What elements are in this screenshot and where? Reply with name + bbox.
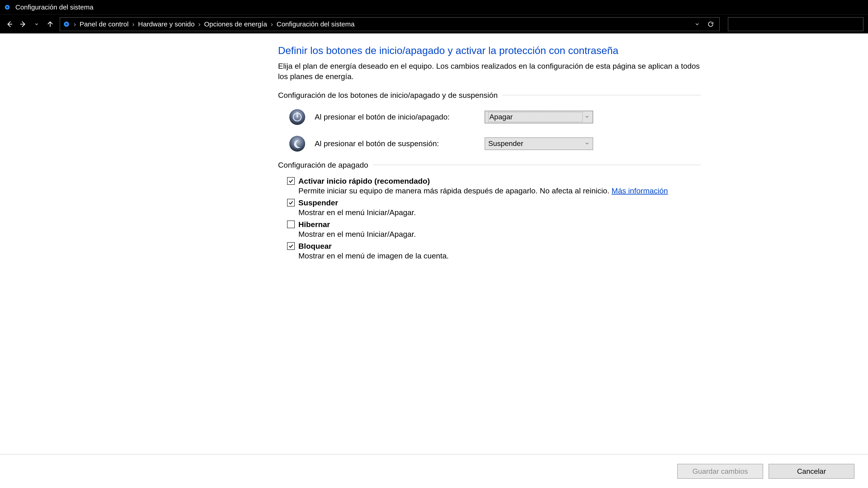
check-desc: Mostrar en el menú de imagen de la cuent…: [298, 252, 701, 260]
save-button[interactable]: Guardar cambios: [677, 464, 763, 479]
window-title: Configuración del sistema: [16, 3, 93, 11]
cp-icon: [4, 4, 11, 11]
nav-forward-button[interactable]: [16, 18, 30, 31]
check-row-hibernate: Hibernar Mostrar en el menú Iniciar/Apag…: [287, 220, 701, 238]
row-power-button: Al presionar el botón de inicio/apagado:…: [278, 107, 701, 127]
address-field[interactable]: › Panel de control › Hardware y sonido ›…: [60, 17, 720, 31]
search-field[interactable]: [728, 17, 864, 31]
breadcrumb-item[interactable]: Configuración del sistema: [275, 20, 356, 28]
svg-point-7: [289, 136, 305, 152]
select-value: Suspender: [488, 139, 523, 148]
address-bar: › Panel de control › Hardware y sonido ›…: [0, 14, 868, 33]
row-sleep-button: Al presionar el botón de suspensión: Sus…: [278, 133, 701, 154]
power-icon: [287, 107, 307, 127]
chevron-down-icon: [585, 139, 590, 148]
breadcrumb-sep: ›: [72, 20, 78, 28]
titlebar: Configuración del sistema: [0, 0, 868, 14]
desc-text: Permite iniciar su equipo de manera más …: [298, 186, 612, 195]
page-description: Elija el plan de energía deseado en el e…: [278, 61, 701, 82]
more-info-link[interactable]: Más información: [612, 186, 668, 195]
legend-text: Configuración de apagado: [278, 161, 368, 169]
sleep-button-label: Al presionar el botón de suspensión:: [315, 139, 477, 148]
shutdown-checklist: Activar inicio rápido (recomendado) Perm…: [278, 177, 701, 260]
check-desc: Mostrar en el menú Iniciar/Apagar.: [298, 208, 701, 217]
power-button-label: Al presionar el botón de inicio/apagado:: [315, 112, 477, 121]
divider: [373, 165, 701, 165]
check-label: Suspender: [298, 198, 338, 207]
divider: [502, 95, 701, 95]
group-legend: Configuración de los botones de inicio/a…: [278, 91, 701, 100]
check-label: Activar inicio rápido (recomendado): [298, 177, 430, 186]
content-area: Definir los botones de inicio/apagado y …: [0, 33, 868, 454]
checkbox-fast-startup[interactable]: [287, 177, 295, 185]
checkbox-suspend[interactable]: [287, 199, 295, 206]
sleep-button-select[interactable]: Suspender: [485, 137, 593, 150]
check-label: Hibernar: [298, 220, 330, 229]
check-desc: Permite iniciar su equipo de manera más …: [298, 186, 701, 195]
svg-point-1: [6, 6, 8, 8]
legend-text: Configuración de los botones de inicio/a…: [278, 91, 498, 100]
breadcrumb-item[interactable]: Opciones de energía: [202, 20, 269, 28]
group-shutdown: Configuración de apagado Activar inicio …: [278, 161, 701, 260]
breadcrumb-sep: ›: [130, 20, 136, 28]
check-label: Bloquear: [298, 242, 332, 251]
power-button-select[interactable]: Apagar: [485, 111, 593, 123]
checkbox-hibernate[interactable]: [287, 221, 295, 228]
nav-up-button[interactable]: [43, 18, 57, 31]
breadcrumb-item[interactable]: Hardware y sonido: [136, 20, 196, 28]
select-value: Apagar: [488, 112, 583, 122]
check-desc: Mostrar en el menú Iniciar/Apagar.: [298, 230, 701, 238]
group-legend: Configuración de apagado: [278, 161, 701, 169]
check-row-suspend: Suspender Mostrar en el menú Iniciar/Apa…: [287, 198, 701, 217]
cancel-button[interactable]: Cancelar: [769, 464, 855, 479]
breadcrumb-sep: ›: [196, 20, 202, 28]
breadcrumb-item[interactable]: Panel de control: [78, 20, 130, 28]
footer: Guardar cambios Cancelar: [0, 454, 868, 488]
chevron-down-icon: [585, 113, 590, 121]
check-row-lock: Bloquear Mostrar en el menú de imagen de…: [287, 242, 701, 260]
checkbox-lock[interactable]: [287, 242, 295, 250]
nav-back-button[interactable]: [3, 18, 16, 31]
cp-icon: [62, 20, 70, 28]
nav-recent-button[interactable]: [30, 18, 43, 31]
check-row-fast-startup: Activar inicio rápido (recomendado) Perm…: [287, 177, 701, 195]
svg-point-3: [65, 23, 68, 25]
address-history-button[interactable]: [691, 18, 704, 31]
group-power-buttons: Configuración de los botones de inicio/a…: [278, 91, 701, 154]
sleep-icon: [287, 133, 307, 154]
page-heading: Definir los botones de inicio/apagado y …: [278, 45, 701, 57]
refresh-button[interactable]: [704, 18, 717, 31]
breadcrumb-sep: ›: [269, 20, 275, 28]
